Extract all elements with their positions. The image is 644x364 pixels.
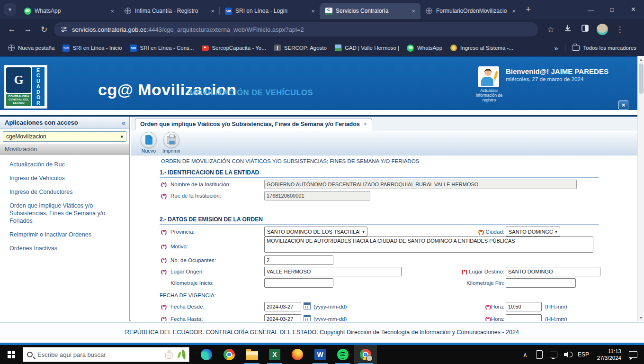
required-mark: (*) [161,229,167,235]
required-mark: (*) [161,316,167,321]
update-registry-link[interactable]: Actualizar información de registro [473,88,506,102]
bookmark-gad-valle-hermoso[interactable]: GAD | Valle Hermoso | [334,44,399,52]
bookmark-sercop-agosto[interactable]: fSERCOP: Agosto [274,44,327,52]
tab-close-icon[interactable]: × [209,8,216,15]
tab-search-button[interactable]: ▾ [4,3,16,16]
language-indicator[interactable]: ESP [575,351,592,358]
bookmark-ingreso-sistema[interactable]: Ingreso al Sistema -... [450,44,513,52]
required-mark: (*) [161,193,167,199]
fecha-desde-input[interactable] [264,302,301,311]
browser-tab-whatsapp[interactable]: ☎ WhatsApp × [19,3,119,19]
sidebar-item-ingreso-conductores[interactable]: Ingreso de Conductores [9,188,125,196]
spotify-icon [337,349,349,360]
sidebar-item-ingreso-vehiculos[interactable]: Ingreso de Vehículos [9,174,125,182]
new-button[interactable]: Nuevo [138,132,160,154]
hora-hasta-input[interactable] [506,314,542,321]
required-mark: (*) [161,304,167,309]
profile-avatar[interactable] [597,24,608,35]
bookmark-sri-inicio[interactable]: SRISRI en Línea - Inicio [62,44,122,52]
download-icon[interactable] [559,25,577,35]
tab-close-icon[interactable]: × [109,8,116,15]
taskbar-file-explorer[interactable] [241,345,263,364]
reload-button[interactable]: ↻ [36,25,52,35]
back-button[interactable]: ← [4,25,20,34]
hora-desde-input[interactable] [506,302,542,311]
km-fin-input[interactable] [506,278,576,288]
search-icon [27,352,33,357]
taskbar-word[interactable]: W [309,345,331,364]
required-mark: (*) [161,182,167,187]
bookmark-sri-consultas[interactable]: SRISRI en Línea - Cons... [130,44,194,52]
ciudad-select[interactable]: SANTO DOMINGO ▾ [506,227,560,237]
scroll-down-icon[interactable]: ▼ [638,314,644,321]
sidebar-item-reimprimir-inactivar[interactable]: Reimprimir o Inactivar Ordenes [9,231,125,238]
lugar-origen-input[interactable] [264,267,402,276]
browser-tab-servicios-contraloria[interactable]: C Servicios Contraloría × [320,3,420,19]
taskbar-chrome[interactable] [218,345,241,364]
site-info-icon[interactable] [61,26,67,33]
browser-tab-infima-cuantia[interactable]: Infima Cuantía - Registro × [119,3,220,19]
bookmark-sercopcapacita[interactable]: SercopCapacita - Yo... [201,44,266,52]
application-select[interactable]: cgeMovilizacion ▾ [3,131,126,142]
bookmark-nueva-pestana[interactable]: Nueva pestaña [8,44,54,52]
km-inicio-input[interactable] [264,278,333,288]
taskbar-edge[interactable] [195,345,218,364]
new-tab-button[interactable]: + [526,4,531,15]
cge-emblem-icon: G [6,67,31,93]
taskbar-firefox[interactable] [286,345,309,364]
sidebar-section-movilizacion: Movilización [0,144,129,155]
volume-icon[interactable] [561,352,575,357]
tab-close-icon[interactable]: × [410,8,417,15]
km-inicio-label: Kilometraje Inicio: [170,280,214,286]
app-close-button[interactable]: × [618,100,628,109]
taskbar-excel[interactable]: X [263,345,286,364]
network-icon[interactable] [546,352,561,357]
content-tab-close-icon[interactable]: × [364,121,367,127]
calendar-icon[interactable] [304,315,311,321]
print-button[interactable]: Imprimir [161,132,182,154]
provincia-select[interactable]: SANTO DOMINGO DE LOS TSACHILAS ▾ [264,227,367,237]
sidebar-collapse-icon[interactable]: « [122,118,125,127]
taskbar-search[interactable] [23,347,189,362]
window-minimize-button[interactable]: — [580,0,601,19]
content-tab-orden[interactable]: Orden que implique Viáticos y/o Subsiste… [135,118,372,130]
tab-title: FormularioOrdenMovilizacio [436,8,510,14]
tray-chevron-icon[interactable]: ∧ [518,351,532,358]
user-avatar[interactable] [478,66,499,87]
forward-button[interactable]: → [20,25,36,34]
tab-close-icon[interactable]: × [310,8,316,15]
motivo-textarea[interactable]: MOVILIZACIÓN DE AUTORIDADES HACIA LA CIU… [264,237,593,253]
scrollbar-thumb[interactable] [639,64,644,94]
taskbar-chrome-active[interactable] [354,345,377,364]
start-button[interactable] [0,345,23,364]
ruc-institucion-input[interactable] [264,191,370,200]
window-maximize-button[interactable]: □ [601,0,623,19]
notification-center-icon[interactable] [629,351,637,358]
sidebar-item-actualizacion-ruc[interactable]: Actualización de Ruc [9,161,125,168]
calendar-icon[interactable] [304,302,311,309]
welcome-message: Bienvenid@! JAIME PAREDES [506,67,608,75]
ocupantes-input[interactable] [264,255,333,265]
motivo-label: Motivo: [170,244,188,249]
browser-tab-sri-login[interactable]: SRI SRI en Línea - Login × [220,3,320,19]
side-panel-icon[interactable] [577,25,593,34]
window-close-button[interactable]: × [623,0,644,19]
nombre-institucion-input[interactable] [264,180,577,189]
bookmark-whatsapp[interactable]: ☎WhatsApp [407,44,442,52]
tab-close-icon[interactable]: × [510,8,517,15]
browser-menu-icon[interactable]: ⋮ [612,25,628,35]
fecha-hasta-input[interactable] [264,314,301,321]
sidebar-item-orden-viaticos[interactable]: Orden que implique Viáticos y/o Subsiste… [9,202,125,225]
all-bookmarks-label[interactable]: Todos los marcadores [583,45,637,51]
browser-tab-formulario-orden[interactable]: FormularioOrdenMovilizacio × [420,3,521,19]
taskbar-clock[interactable]: 11:13 27/3/2024 [592,348,621,361]
address-bar[interactable]: servicios.contraloria.gob.ec:4443/cge_ar… [54,22,538,36]
device-icon[interactable] [532,350,546,359]
sidebar-item-ordenes-inactivas[interactable]: Ordenes Inactivas [9,245,125,252]
scroll-up-icon[interactable]: ▲ [638,56,644,63]
bookmarks-overflow-icon[interactable]: » [554,44,558,52]
page-scrollbar[interactable]: ▲ ▼ [637,56,644,321]
bookmark-star-icon[interactable]: ☆ [543,25,559,35]
lugar-destino-input[interactable] [506,267,600,276]
taskbar-spotify[interactable] [331,345,354,364]
